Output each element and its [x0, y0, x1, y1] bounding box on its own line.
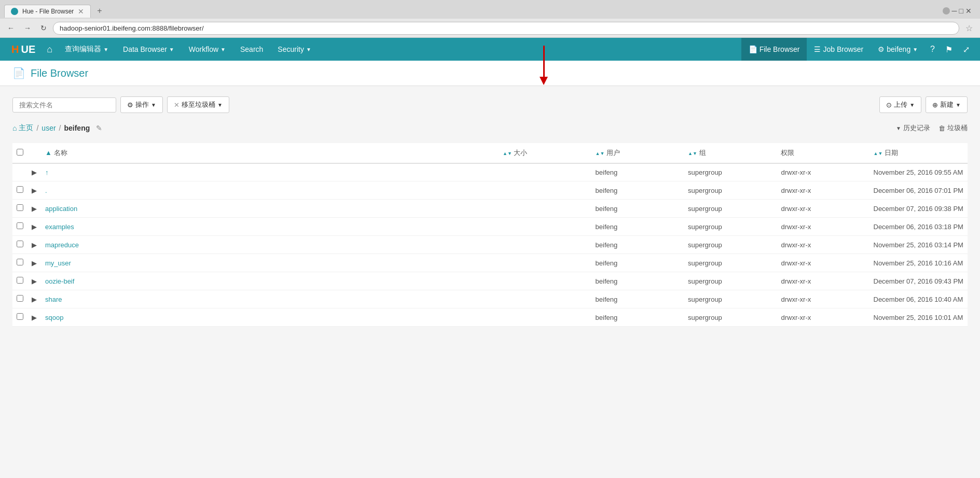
row-checkbox-cell[interactable] — [12, 181, 27, 200]
nav-item-data-browser[interactable]: Data Browser ▼ — [116, 38, 182, 61]
browser-tab[interactable]: Hue - File Browser ✕ — [4, 5, 91, 18]
breadcrumb-edit-icon[interactable]: ✎ — [96, 124, 102, 132]
row-name-cell[interactable]: sqoop — [41, 308, 499, 327]
nav-home-button[interactable]: ⌂ — [42, 44, 58, 55]
close-button[interactable]: ✕ — [965, 7, 972, 15]
row-checkbox-cell[interactable] — [12, 290, 27, 308]
nav-label-job-browser: Job Browser — [823, 45, 863, 53]
row-user-cell: beifeng — [591, 181, 684, 200]
trash-button[interactable]: ✕ 移至垃圾桶 ▼ — [167, 96, 229, 113]
file-name-link[interactable]: oozie-beif — [45, 277, 74, 285]
nav-item-job-browser[interactable]: ☰ Job Browser — [807, 38, 871, 61]
file-name-link[interactable]: my_user — [45, 259, 71, 267]
new-button[interactable]: ⊕ 新建 ▼ — [926, 96, 968, 113]
row-checkbox-cell[interactable] — [12, 163, 27, 181]
file-name-link[interactable]: mapreduce — [45, 241, 79, 249]
row-date-cell: November 25, 2016 10:01 AM — [869, 308, 968, 327]
row-checkbox[interactable] — [17, 313, 23, 320]
chevron-down-icon: ▼ — [217, 102, 223, 108]
tab-close-button[interactable]: ✕ — [78, 7, 84, 16]
row-name-cell[interactable]: share — [41, 290, 499, 308]
actions-button[interactable]: ⚙ 操作 ▼ — [120, 96, 163, 113]
row-checkbox-cell[interactable] — [12, 236, 27, 254]
row-group-cell: supergroup — [684, 236, 777, 254]
sort-icon: ▲▼ — [688, 151, 697, 156]
history-button[interactable]: ▼ 历史记录 — [896, 123, 930, 133]
nav-help-button[interactable]: ? — [925, 38, 940, 61]
nav-label-beifeng: beifeng — [887, 45, 910, 53]
row-checkbox[interactable] — [17, 277, 23, 284]
file-name-link[interactable]: sqoop — [45, 314, 63, 321]
folder-icon: ▶ — [32, 241, 37, 249]
nav-expand-button[interactable]: ⤢ — [958, 38, 975, 61]
nav-item-user-beifeng[interactable]: ⚙ beifeng ▼ — [871, 38, 925, 61]
nav-flag-button[interactable]: ⚑ — [940, 38, 958, 61]
row-name-cell[interactable]: ↑ — [41, 163, 499, 181]
col-header-user[interactable]: ▲▼ 用户 — [591, 143, 684, 163]
nav-item-search[interactable]: Search — [233, 38, 270, 61]
address-input[interactable] — [53, 22, 959, 35]
search-input[interactable] — [12, 97, 116, 113]
bookmark-star[interactable]: ☆ — [962, 22, 976, 34]
reload-button[interactable]: ↻ — [37, 23, 50, 33]
trash-button-breadcrumb[interactable]: 🗑 垃圾桶 — [938, 123, 968, 133]
select-all-checkbox-header[interactable] — [12, 143, 27, 163]
row-date-cell: November 25, 2016 09:55 AM — [869, 163, 968, 181]
col-header-date[interactable]: ▲▼ 日期 — [869, 143, 968, 163]
row-checkbox-cell[interactable] — [12, 254, 27, 272]
row-checkbox-cell[interactable] — [12, 272, 27, 290]
row-name-cell[interactable]: examples — [41, 218, 499, 236]
chevron-down-icon: ▼ — [220, 47, 226, 52]
row-size-cell — [499, 181, 591, 200]
forward-button[interactable]: → — [21, 23, 34, 33]
back-button[interactable]: ← — [4, 23, 18, 33]
row-name-cell[interactable]: oozie-beif — [41, 272, 499, 290]
folder-icon: ▶ — [32, 277, 37, 285]
nav-item-query-editor[interactable]: 查询编辑器 ▼ — [58, 38, 116, 61]
actions-label: 操作 — [135, 100, 149, 109]
nav-item-security[interactable]: Security ▼ — [270, 38, 318, 61]
row-name-cell[interactable]: my_user — [41, 254, 499, 272]
new-tab-button[interactable]: + — [93, 4, 106, 18]
file-name-link[interactable]: application — [45, 205, 77, 213]
gear-icon: ⚙ — [878, 45, 885, 53]
table-row: ▶applicationbeifengsupergroupdrwxr-xr-xD… — [12, 200, 968, 218]
breadcrumb-home[interactable]: ⌂ 主页 — [12, 123, 33, 133]
row-checkbox-cell[interactable] — [12, 308, 27, 327]
file-name-link[interactable]: share — [45, 296, 62, 303]
row-checkbox[interactable] — [17, 186, 23, 193]
select-all-checkbox[interactable] — [17, 149, 23, 156]
col-header-size[interactable]: ▲▼ 大小 — [499, 143, 591, 163]
row-group-cell: supergroup — [684, 218, 777, 236]
row-checkbox[interactable] — [17, 295, 23, 302]
col-header-group[interactable]: ▲▼ 组 — [684, 143, 777, 163]
nav-item-workflow[interactable]: Workflow ▼ — [182, 38, 233, 61]
breadcrumb-user-link[interactable]: user — [42, 124, 56, 132]
row-group-cell: supergroup — [684, 290, 777, 308]
row-checkbox[interactable] — [17, 222, 23, 229]
file-browser-icon: 📄 — [749, 45, 757, 53]
row-checkbox[interactable] — [17, 259, 23, 265]
row-checkbox[interactable] — [17, 204, 23, 211]
upload-button[interactable]: ⊙ 上传 ▼ — [879, 96, 921, 113]
nav-item-file-browser[interactable]: 📄 File Browser — [741, 38, 807, 61]
col-header-name[interactable]: ▲ 名称 — [41, 143, 499, 163]
row-size-cell — [499, 163, 591, 181]
minimize-button[interactable]: ─ — [952, 7, 957, 15]
hue-logo[interactable]: HUE — [5, 44, 42, 55]
file-name-link[interactable]: . — [45, 187, 47, 194]
row-name-cell[interactable]: application — [41, 200, 499, 218]
breadcrumb-row: ⌂ 主页 / user / beifeng ✎ ▼ 历史记录 🗑 垃圾桶 — [12, 123, 968, 133]
breadcrumb-sep-2: / — [59, 124, 61, 132]
row-sort-cell: ▶ — [27, 272, 41, 290]
maximize-button[interactable]: □ — [959, 7, 963, 15]
row-checkbox-cell[interactable] — [12, 200, 27, 218]
file-name-link[interactable]: ↑ — [45, 168, 49, 176]
row-checkbox[interactable] — [17, 241, 23, 247]
row-name-cell[interactable]: . — [41, 181, 499, 200]
row-perms-cell: drwxr-xr-x — [777, 236, 869, 254]
row-checkbox-cell[interactable] — [12, 218, 27, 236]
table-row: ▶oozie-beifbeifengsupergroupdrwxr-xr-xDe… — [12, 272, 968, 290]
row-name-cell[interactable]: mapreduce — [41, 236, 499, 254]
file-name-link[interactable]: examples — [45, 223, 74, 231]
